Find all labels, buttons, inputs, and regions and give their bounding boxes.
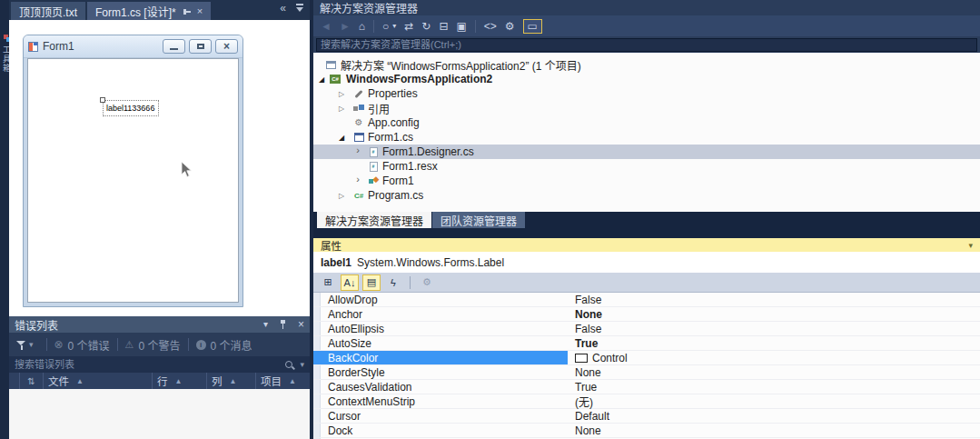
sort-asc-icon: ▲	[289, 377, 296, 385]
properties-view-icon[interactable]: ▤	[362, 274, 381, 291]
alphabetical-icon[interactable]: A↓	[341, 274, 359, 291]
property-grid: AllowDrop False Anchor None AutoEllipsis…	[313, 293, 980, 439]
view-code-icon[interactable]: <>	[484, 21, 497, 32]
tree-item-form1cs[interactable]: ◢ Form1.cs	[313, 130, 980, 145]
solution-explorer-title-bar[interactable]: 解决方案资源管理器	[313, 0, 980, 15]
drag-handle[interactable]	[100, 97, 105, 103]
error-list-body[interactable]	[9, 389, 310, 439]
property-row[interactable]: CausesValidation True	[313, 380, 980, 394]
tree-item-form1-class[interactable]: › Form1	[313, 174, 980, 188]
search-icon[interactable]	[285, 361, 292, 368]
left-dock-strip: 工具箱	[0, 0, 9, 439]
preview-selected-items-icon[interactable]: ▭	[523, 19, 542, 34]
warnings-count-button[interactable]: ⚠ 0 个警告	[125, 337, 181, 353]
property-row[interactable]: AllowDrop False	[313, 293, 980, 307]
sync-active-document-icon[interactable]: ⇄	[404, 21, 413, 32]
winform-icon	[353, 132, 364, 143]
references-icon	[353, 103, 364, 114]
wrench-icon	[353, 88, 364, 99]
forward-icon[interactable]: ►	[340, 21, 351, 32]
property-pages-icon[interactable]: ⚙	[418, 274, 436, 291]
active-files-list-icon[interactable]	[295, 4, 304, 13]
label1-control[interactable]: label1133666	[103, 100, 159, 116]
expanded-arrow-icon[interactable]: ◢	[337, 134, 346, 142]
tab-solution-explorer[interactable]: 解决方案资源管理器	[317, 212, 431, 228]
property-row[interactable]: AutoSize True	[313, 336, 980, 351]
properties-icon[interactable]: ⚙	[505, 21, 515, 32]
error-list-title-buttons: ▾ ×	[263, 319, 304, 330]
events-icon[interactable]: ϟ	[384, 274, 402, 291]
property-row[interactable]: Anchor None	[313, 307, 980, 322]
show-all-files-icon[interactable]: ▣	[456, 21, 466, 32]
filter-dropdown-icon[interactable]: ▾	[29, 340, 34, 349]
tree-item-appconfig[interactable]: ⚙ App.config	[313, 115, 980, 130]
designed-form[interactable]: Form1 × label1133666	[23, 35, 243, 307]
close-tab-icon[interactable]: ×	[197, 6, 203, 16]
pin-panel-icon[interactable]	[279, 320, 287, 329]
tab-form1-designer[interactable]: Form1.cs [设计]* ×	[87, 2, 211, 20]
property-row[interactable]: Cursor Default	[313, 409, 980, 424]
minimize-button[interactable]	[163, 39, 185, 54]
collapse-all-icon[interactable]: ⊟	[439, 21, 448, 32]
column-column[interactable]: 列▲	[207, 373, 256, 389]
tab-txt-file[interactable]: 顶顶顶页.txt	[11, 2, 85, 20]
selected-object-row[interactable]: label1 System.Windows.Forms.Label	[313, 252, 980, 273]
tree-item-references[interactable]: ▷ 引用	[313, 101, 980, 115]
tree-item-solution[interactable]: 解决方案 “WindowsFormsApplication2” (1 个项目)	[313, 57, 980, 72]
document-well: 顶顶顶页.txt Form1.cs [设计]* × « Form1	[9, 0, 310, 439]
column-project[interactable]: 项目▲	[256, 373, 310, 389]
filter-icon[interactable]	[16, 340, 26, 350]
tree-item-form1-designer[interactable]: › # Form1.Designer.cs	[313, 145, 980, 159]
errors-count-button[interactable]: ⊗ 0 个错误	[54, 337, 110, 353]
error-list-panel: 错误列表 ▾ × ▾ ⊗ 0 个错误 ⚠ 0 个警告	[9, 316, 310, 439]
close-panel-icon[interactable]: ×	[298, 319, 304, 330]
solution-explorer-title: 解决方案资源管理器	[320, 0, 418, 15]
toolbox-collapsed-tab[interactable]: 工具箱	[1, 35, 9, 73]
column-line[interactable]: 行▲	[153, 373, 207, 389]
chevron-right-icon[interactable]: ›	[353, 145, 362, 155]
chevron-right-icon[interactable]: ›	[353, 174, 362, 185]
properties-title-bar[interactable]: 属性 ▾	[313, 238, 980, 252]
form-client-area[interactable]: label1133666	[27, 58, 239, 303]
error-list-title-bar[interactable]: 错误列表 ▾ ×	[9, 316, 310, 333]
close-button[interactable]: ×	[215, 39, 238, 54]
refresh-icon[interactable]: ↻	[421, 21, 431, 32]
error-list-search-input[interactable]	[15, 359, 285, 370]
tree-item-project[interactable]: ◢ C# WindowsFormsApplication2	[313, 72, 980, 86]
home-icon[interactable]: ⌂	[359, 21, 365, 32]
form-title-bar[interactable]: Form1 ×	[24, 35, 243, 58]
collapsed-arrow-icon[interactable]: ▷	[337, 90, 346, 98]
tree-item-form1-resx[interactable]: # Form1.resx	[313, 159, 980, 174]
form-designer-surface[interactable]: Form1 × label1133666	[9, 20, 310, 316]
categorized-icon[interactable]: ⊞	[319, 274, 337, 291]
window-menu-icon[interactable]: ▾	[968, 241, 973, 250]
solution-explorer-search-input[interactable]	[316, 38, 977, 52]
filter-dropdown-icon[interactable]: ▾	[392, 22, 396, 30]
property-row-backcolor-selected[interactable]: BackColor Control	[313, 351, 980, 365]
window-menu-icon[interactable]: ▾	[263, 320, 268, 329]
default-order-column[interactable]: ⇅	[20, 373, 44, 389]
property-row[interactable]: Dock None	[313, 424, 980, 438]
maximize-button[interactable]	[189, 39, 212, 54]
column-file[interactable]: 文件▲	[44, 373, 153, 389]
pin-tab-icon[interactable]	[183, 7, 192, 15]
collapsed-arrow-icon[interactable]: ▷	[337, 105, 346, 113]
scroll-tabs-left-icon[interactable]: «	[280, 3, 286, 14]
collapsed-arrow-icon[interactable]: ▷	[337, 192, 346, 200]
search-dropdown-icon[interactable]: ▾	[300, 360, 304, 369]
error-list-toolbar: ▾ ⊗ 0 个错误 ⚠ 0 个警告 i 0 个消息	[9, 333, 310, 356]
tab-team-explorer[interactable]: 团队资源管理器	[432, 212, 525, 228]
tree-item-programcs[interactable]: ▷ C# Program.cs	[313, 188, 980, 203]
messages-count-button[interactable]: i 0 个消息	[196, 337, 252, 353]
expanded-arrow-icon[interactable]: ◢	[317, 75, 326, 84]
property-row[interactable]: AutoEllipsis False	[313, 322, 980, 336]
back-icon[interactable]: ◄	[321, 21, 332, 32]
solution-explorer-toolbar: ◄ ► ⌂ ○ ▾ ⇄ ↻ ⊟ ▣ <> ⚙ ▭	[313, 15, 980, 36]
property-row[interactable]: ContextMenuStrip (无)	[313, 394, 980, 409]
tree-item-properties[interactable]: ▷ Properties	[313, 86, 980, 101]
config-file-icon: ⚙	[353, 117, 364, 128]
separator	[188, 338, 189, 351]
property-row[interactable]: BorderStyle None	[313, 365, 980, 380]
pending-changes-filter-icon[interactable]: ○	[382, 21, 389, 32]
separator	[410, 276, 411, 289]
